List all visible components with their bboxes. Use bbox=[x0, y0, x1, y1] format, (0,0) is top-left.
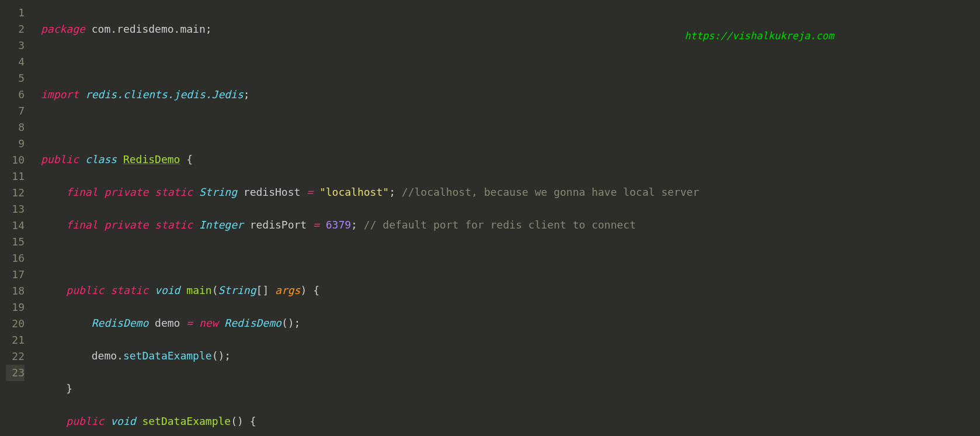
line-number: 2 bbox=[6, 21, 25, 37]
punct: ) bbox=[218, 350, 224, 362]
type: Integer bbox=[199, 219, 244, 231]
punct: ) bbox=[288, 317, 294, 329]
keyword: final bbox=[66, 219, 98, 231]
identifier: redisPort bbox=[250, 219, 307, 231]
line-number: 21 bbox=[6, 332, 25, 348]
punct: ( bbox=[282, 317, 288, 329]
code-area[interactable]: package com.redisdemo.main; import redis… bbox=[35, 0, 980, 436]
punct: ; bbox=[389, 186, 395, 198]
code-line[interactable]: final private static String redisHost = … bbox=[41, 184, 980, 200]
keyword: static bbox=[155, 186, 193, 198]
line-number: 18 bbox=[6, 283, 25, 299]
class-name: RedisDemo bbox=[123, 153, 180, 165]
operator: = bbox=[313, 219, 319, 231]
punct: ; bbox=[351, 219, 357, 231]
method-name: setDataExample bbox=[142, 415, 231, 427]
punct: ) bbox=[300, 284, 307, 296]
line-number: 22 bbox=[6, 348, 25, 365]
keyword: class bbox=[85, 153, 117, 165]
identifier: demo bbox=[155, 317, 180, 329]
type: RedisDemo bbox=[92, 317, 149, 329]
operator: = bbox=[186, 317, 193, 329]
keyword: new bbox=[199, 317, 218, 329]
punct: { bbox=[313, 284, 319, 296]
punct: ; bbox=[224, 350, 231, 362]
type: RedisDemo bbox=[224, 317, 282, 329]
line-number: 14 bbox=[6, 217, 25, 234]
line-number: 12 bbox=[6, 185, 25, 201]
keyword: private bbox=[104, 219, 148, 231]
line-number: 8 bbox=[6, 119, 25, 136]
line-number: 16 bbox=[6, 250, 25, 267]
keyword: static bbox=[110, 284, 148, 296]
package-name: com.redisdemo.main bbox=[92, 23, 206, 35]
code-line[interactable] bbox=[41, 54, 980, 70]
keyword: static bbox=[155, 219, 193, 231]
line-number: 6 bbox=[6, 86, 25, 103]
import-path: redis.clients.jedis.Jedis bbox=[85, 88, 244, 101]
punct: . bbox=[117, 350, 123, 362]
method-call: setDataExample bbox=[123, 350, 212, 362]
line-number: 15 bbox=[6, 234, 25, 250]
keyword: void bbox=[155, 284, 180, 296]
punct: ; bbox=[244, 88, 250, 101]
punct: ( bbox=[212, 350, 218, 362]
line-number: 20 bbox=[6, 316, 25, 332]
keyword: final bbox=[66, 186, 98, 198]
line-number: 9 bbox=[6, 136, 25, 152]
code-line[interactable]: RedisDemo demo = new RedisDemo(); bbox=[41, 315, 980, 331]
punct: ( bbox=[212, 284, 218, 296]
parameter: args bbox=[275, 284, 300, 296]
punct: [] bbox=[256, 284, 269, 296]
keyword: package bbox=[41, 23, 85, 35]
line-number: 5 bbox=[6, 70, 25, 86]
punct: { bbox=[250, 415, 256, 427]
line-gutter: 1 2 3 4 5 6 7 8 9 10 11 12 13 14 15 16 1… bbox=[0, 0, 35, 436]
keyword: public bbox=[66, 415, 104, 427]
punct: ) bbox=[237, 415, 244, 427]
code-line[interactable]: public void setDataExample() { bbox=[41, 413, 980, 430]
code-line[interactable]: import redis.clients.jedis.Jedis; bbox=[41, 86, 980, 103]
line-number: 10 bbox=[6, 152, 25, 168]
line-number: 11 bbox=[6, 168, 25, 185]
identifier: redisHost bbox=[244, 186, 301, 198]
line-number: 19 bbox=[6, 299, 25, 316]
line-number: 7 bbox=[6, 103, 25, 119]
punct: ( bbox=[231, 415, 237, 427]
code-line[interactable]: } bbox=[41, 380, 980, 397]
line-number: 23 bbox=[6, 365, 25, 381]
comment: // default port for redis client to conn… bbox=[364, 219, 636, 231]
code-line[interactable] bbox=[41, 250, 980, 266]
line-number: 13 bbox=[6, 201, 25, 217]
punct: ; bbox=[206, 23, 212, 35]
code-line[interactable]: final private static Integer redisPort =… bbox=[41, 217, 980, 233]
watermark-link[interactable]: https://vishalkukreja.com bbox=[684, 28, 834, 43]
code-line[interactable] bbox=[41, 119, 980, 136]
line-number: 1 bbox=[6, 5, 25, 21]
line-number: 17 bbox=[6, 267, 25, 283]
code-editor[interactable]: 1 2 3 4 5 6 7 8 9 10 11 12 13 14 15 16 1… bbox=[0, 0, 980, 436]
operator: = bbox=[307, 186, 313, 198]
code-line[interactable]: public class RedisDemo { bbox=[41, 151, 980, 168]
string: "localhost" bbox=[319, 186, 389, 198]
keyword: void bbox=[110, 415, 135, 427]
identifier: demo bbox=[92, 350, 117, 362]
keyword: private bbox=[104, 186, 148, 198]
punct: { bbox=[186, 153, 193, 165]
code-line[interactable]: public static void main(String[] args) { bbox=[41, 282, 980, 299]
keyword: import bbox=[41, 88, 79, 101]
code-line[interactable]: package com.redisdemo.main; bbox=[41, 21, 980, 37]
number: 6379 bbox=[326, 219, 351, 231]
comment: //localhost, because we gonna have local… bbox=[402, 186, 699, 198]
type: String bbox=[199, 186, 237, 198]
line-number: 3 bbox=[6, 37, 25, 54]
punct: ; bbox=[294, 317, 301, 329]
method-name: main bbox=[186, 284, 211, 296]
keyword: public bbox=[41, 153, 79, 165]
type: String bbox=[218, 284, 256, 296]
punct: } bbox=[66, 382, 72, 395]
code-line[interactable]: demo.setDataExample(); bbox=[41, 348, 980, 364]
keyword: public bbox=[66, 284, 104, 296]
line-number: 4 bbox=[6, 54, 25, 70]
